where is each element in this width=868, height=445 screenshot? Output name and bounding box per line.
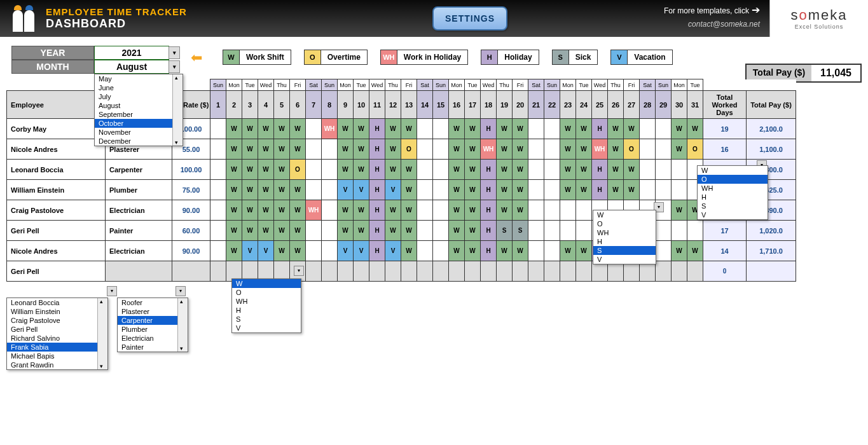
shift-cell-empty[interactable] — [306, 241, 322, 261]
shift-cell-empty[interactable] — [560, 221, 576, 241]
shift-cell[interactable]: W — [465, 139, 481, 160]
shift-cell[interactable]: W — [401, 221, 417, 241]
shift-cell[interactable]: W — [242, 221, 258, 241]
shift-cell[interactable]: W — [258, 180, 274, 200]
shift-cell[interactable]: W — [290, 139, 306, 160]
shift-cell-empty[interactable] — [687, 221, 703, 241]
shift-cell-empty[interactable] — [210, 200, 226, 221]
dropdown-option[interactable]: S — [593, 246, 656, 255]
rate-cell[interactable] — [172, 261, 210, 282]
shift-cell[interactable]: W — [385, 139, 401, 160]
shift-cell[interactable]: V — [338, 180, 354, 200]
shift-cell-empty[interactable] — [210, 241, 226, 261]
shift-cell-empty[interactable] — [576, 261, 592, 282]
dropdown-option[interactable]: William Einstein — [7, 307, 97, 316]
shift-cell-empty[interactable] — [417, 180, 433, 200]
position-cell[interactable]: Painter — [106, 221, 172, 241]
position-cell[interactable]: Electrician — [106, 200, 172, 221]
shift-cell-empty[interactable] — [656, 241, 672, 261]
shift-cell[interactable]: S — [497, 221, 513, 241]
shift-cell[interactable]: H — [592, 180, 608, 200]
dropdown-option[interactable]: October — [95, 119, 172, 128]
shift-cell[interactable]: W — [465, 119, 481, 139]
shift-cell[interactable]: WH — [306, 200, 322, 221]
shift-cell[interactable]: W — [274, 221, 290, 241]
month-select[interactable]: August▾ — [94, 60, 169, 74]
shift-cell-empty[interactable] — [417, 241, 433, 261]
shift-cell[interactable]: W — [290, 180, 306, 200]
shift-cell[interactable]: W — [274, 119, 290, 139]
dropdown-option[interactable]: Geri Pell — [7, 325, 97, 334]
dropdown-option[interactable]: O — [232, 288, 301, 297]
shift-cell[interactable]: H — [369, 241, 385, 261]
dropdown-option[interactable]: Michael Bapis — [7, 352, 97, 360]
shift-cell-empty[interactable] — [417, 200, 433, 221]
shift-cell[interactable]: W — [274, 139, 290, 160]
shift-cell[interactable]: W — [258, 200, 274, 221]
scrollbar[interactable] — [97, 298, 107, 369]
shift-cell-empty[interactable] — [322, 139, 338, 160]
shift-cell[interactable]: W — [258, 160, 274, 180]
dropdown-option[interactable]: September — [95, 110, 172, 119]
shift-cell[interactable]: W — [465, 241, 481, 261]
shift-cell-empty[interactable] — [528, 180, 544, 200]
shift-cell[interactable]: W — [242, 180, 258, 200]
shift-cell-empty[interactable] — [210, 139, 226, 160]
dropdown-option[interactable]: August — [95, 101, 172, 110]
shift-cell[interactable]: W — [560, 180, 576, 200]
shift-cell-empty[interactable] — [433, 160, 449, 180]
shift-cell[interactable]: H — [369, 221, 385, 241]
shift-cell[interactable]: W — [226, 139, 242, 160]
shift-cell[interactable]: H — [369, 160, 385, 180]
shift-cell[interactable]: W — [624, 119, 640, 139]
shift-cell-empty[interactable] — [322, 261, 338, 282]
dropdown-option[interactable]: O — [698, 175, 768, 184]
shift-cell[interactable]: W — [226, 180, 242, 200]
employee-name-cell[interactable]: Geri Pell — [7, 261, 106, 282]
shift-cell[interactable]: W — [290, 119, 306, 139]
position-cell[interactable] — [106, 261, 172, 282]
employee-name-cell[interactable]: Craig Pastolove — [7, 200, 106, 221]
shift-cell-empty[interactable] — [656, 221, 672, 241]
shift-cell-empty[interactable] — [528, 241, 544, 261]
shift-cell[interactable]: O — [624, 139, 640, 160]
dropdown-option[interactable]: Painter — [118, 343, 177, 352]
shift-cell[interactable]: W — [608, 160, 624, 180]
month-dropdown-list[interactable]: MayJuneJulyAugustSeptemberOctoberNovembe… — [94, 74, 183, 146]
employee-name-cell[interactable]: Leonard Boccia — [7, 160, 106, 180]
employee-name-cell[interactable]: Geri Pell — [7, 221, 106, 241]
shift-cell-empty[interactable] — [401, 261, 417, 282]
shift-cell-empty[interactable] — [210, 261, 226, 282]
rate-cell[interactable]: 90.00 — [172, 200, 210, 221]
shift-cell[interactable]: V — [354, 241, 369, 261]
dropdown-option[interactable]: Electrician — [118, 334, 177, 343]
shift-cell[interactable]: W — [624, 180, 640, 200]
shift-cell-empty[interactable] — [544, 221, 560, 241]
dropdown-option[interactable]: WH — [698, 184, 768, 193]
shift-cell-empty[interactable] — [672, 261, 687, 282]
dropdown-option[interactable]: W — [593, 210, 656, 219]
shift-cell[interactable]: W — [449, 139, 465, 160]
contact-email[interactable]: contact@someka.net — [664, 20, 760, 29]
dropdown-option[interactable]: Carpenter — [118, 316, 177, 325]
shift-cell-empty[interactable] — [417, 139, 433, 160]
shift-cell[interactable]: W — [576, 160, 592, 180]
shift-cell-empty[interactable] — [560, 200, 576, 221]
shift-cell[interactable]: W — [513, 241, 528, 261]
shift-cell[interactable]: O — [687, 139, 703, 160]
employee-name-cell[interactable]: Nicole Andres — [7, 139, 106, 160]
dropdown-option[interactable]: December — [95, 137, 172, 146]
shift-cell[interactable]: H — [481, 221, 497, 241]
shift-cell[interactable]: W — [513, 200, 528, 221]
shift-cell-empty[interactable] — [656, 180, 672, 200]
dropdown-option[interactable]: S — [698, 202, 768, 210]
shift-cell[interactable]: H — [369, 200, 385, 221]
shift-code-dropdown-3[interactable]: WOWHHSV — [697, 165, 768, 220]
shift-cell[interactable]: W — [560, 160, 576, 180]
shift-cell[interactable]: V — [258, 241, 274, 261]
shift-cell[interactable]: W — [449, 221, 465, 241]
shift-cell-empty[interactable] — [210, 180, 226, 200]
shift-cell[interactable]: W — [385, 221, 401, 241]
shift-cell[interactable]: W — [401, 200, 417, 221]
dropdown-option[interactable]: WH — [232, 297, 301, 306]
